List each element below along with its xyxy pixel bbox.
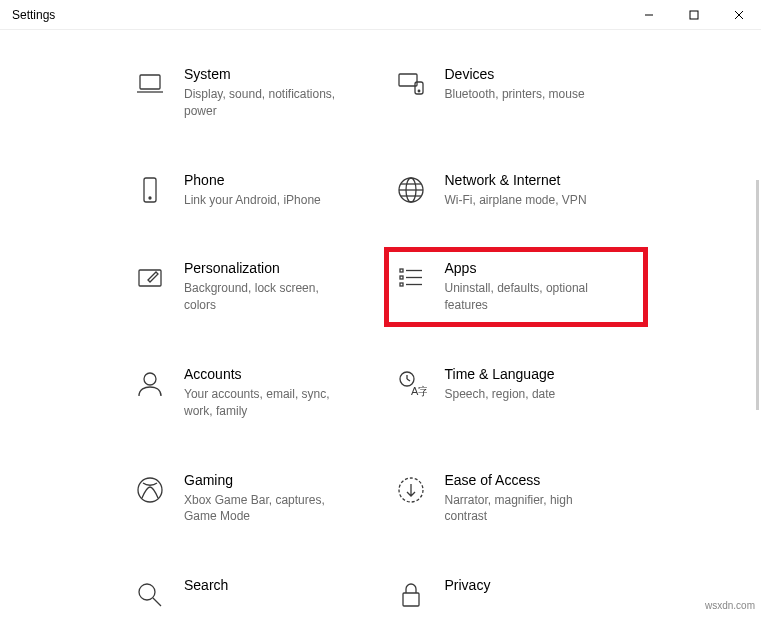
category-gaming[interactable]: Gaming Xbox Game Bar, captures, Game Mod… <box>130 466 381 532</box>
svg-point-8 <box>418 90 420 92</box>
minimize-button[interactable] <box>626 0 671 30</box>
category-desc: Bluetooth, printers, mouse <box>445 86 615 103</box>
svg-rect-17 <box>400 269 403 272</box>
category-desc: Uninstall, defaults, optional features <box>445 280 615 314</box>
category-title: Network & Internet <box>445 172 638 188</box>
titlebar: Settings <box>0 0 761 30</box>
category-title: Accounts <box>184 366 377 382</box>
svg-line-26 <box>407 379 410 381</box>
svg-point-23 <box>144 373 156 385</box>
category-ease-of-access[interactable]: Ease of Access Narrator, magnifier, high… <box>391 466 642 532</box>
globe-icon <box>395 174 427 206</box>
phone-icon <box>134 174 166 206</box>
category-desc: Speech, region, date <box>445 386 615 403</box>
window-title: Settings <box>12 8 626 22</box>
close-button[interactable] <box>716 0 761 30</box>
scrollbar[interactable] <box>756 180 759 410</box>
svg-rect-1 <box>690 11 698 19</box>
svg-line-31 <box>153 598 161 606</box>
category-system[interactable]: System Display, sound, notifications, po… <box>130 60 381 126</box>
svg-rect-21 <box>400 283 403 286</box>
category-desc: Wi-Fi, airplane mode, VPN <box>445 192 615 209</box>
category-title: Personalization <box>184 260 377 276</box>
category-title: Devices <box>445 66 638 82</box>
category-title: Ease of Access <box>445 472 638 488</box>
svg-rect-4 <box>140 75 160 89</box>
svg-text:A字: A字 <box>411 385 427 397</box>
category-title: System <box>184 66 377 82</box>
category-title: Gaming <box>184 472 377 488</box>
window-controls <box>626 0 761 30</box>
category-personalization[interactable]: Personalization Background, lock screen,… <box>130 254 381 320</box>
ease-of-access-icon <box>395 474 427 506</box>
devices-icon <box>395 68 427 100</box>
svg-point-28 <box>138 478 162 502</box>
lock-icon <box>395 579 427 611</box>
category-title: Search <box>184 577 377 593</box>
svg-rect-19 <box>400 276 403 279</box>
category-desc: Your accounts, email, sync, work, family <box>184 386 354 420</box>
category-phone[interactable]: Phone Link your Android, iPhone <box>130 166 381 215</box>
svg-rect-6 <box>399 74 417 86</box>
svg-point-30 <box>139 584 155 600</box>
category-privacy[interactable]: Privacy <box>391 571 642 617</box>
category-title: Privacy <box>445 577 638 593</box>
laptop-icon <box>134 68 166 100</box>
paintbrush-icon <box>134 262 166 294</box>
category-desc: Xbox Game Bar, captures, Game Mode <box>184 492 354 526</box>
maximize-button[interactable] <box>671 0 716 30</box>
category-title: Apps <box>445 260 638 276</box>
category-search[interactable]: Search <box>130 571 381 617</box>
category-accounts[interactable]: Accounts Your accounts, email, sync, wor… <box>130 360 381 426</box>
category-time-language[interactable]: A字 Time & Language Speech, region, date <box>391 360 642 426</box>
svg-point-10 <box>149 197 151 199</box>
person-icon <box>134 368 166 400</box>
category-desc: Background, lock screen, colors <box>184 280 354 314</box>
category-desc: Display, sound, notifications, power <box>184 86 354 120</box>
watermark: wsxdn.com <box>705 600 755 611</box>
list-icon <box>395 262 427 294</box>
settings-categories-grid: System Display, sound, notifications, po… <box>0 30 761 617</box>
svg-rect-32 <box>403 593 419 606</box>
xbox-icon <box>134 474 166 506</box>
search-icon <box>134 579 166 611</box>
category-title: Time & Language <box>445 366 638 382</box>
time-language-icon: A字 <box>395 368 427 400</box>
category-desc: Link your Android, iPhone <box>184 192 354 209</box>
category-desc: Narrator, magnifier, high contrast <box>445 492 615 526</box>
category-apps[interactable]: Apps Uninstall, defaults, optional featu… <box>391 254 642 320</box>
category-network[interactable]: Network & Internet Wi-Fi, airplane mode,… <box>391 166 642 215</box>
category-title: Phone <box>184 172 377 188</box>
category-devices[interactable]: Devices Bluetooth, printers, mouse <box>391 60 642 126</box>
